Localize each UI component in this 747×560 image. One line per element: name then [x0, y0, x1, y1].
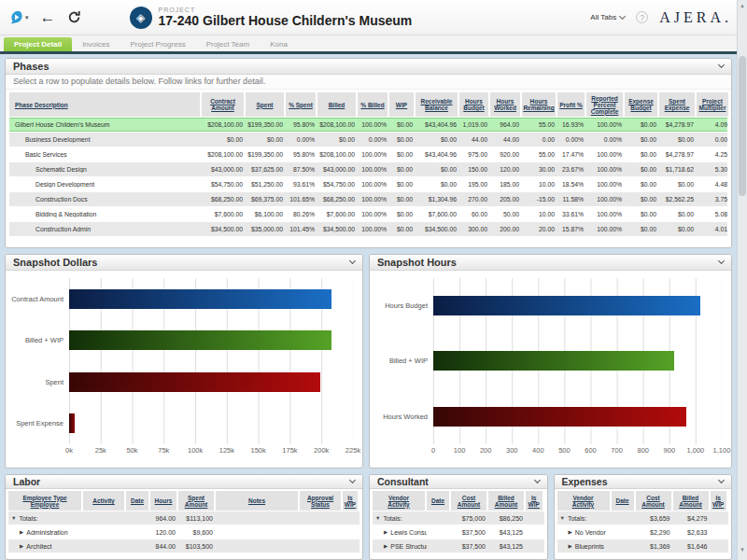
column-header[interactable]: Approval Status [300, 491, 343, 511]
x-tick-label: 200 [480, 446, 492, 455]
expand-row-icon[interactable]: ▶ [384, 543, 388, 549]
column-header[interactable]: Spent Amount [178, 491, 216, 511]
expand-row-icon[interactable]: ▶ [20, 543, 23, 549]
back-icon[interactable]: ← [40, 9, 56, 25]
phase-value: $0.00 [625, 196, 659, 203]
all-tabs-label: All Tabs [590, 13, 616, 21]
column-header[interactable]: Billed Amount [673, 491, 711, 511]
column-header[interactable]: Notes [216, 491, 300, 511]
column-header[interactable]: Profit % [557, 92, 586, 117]
column-header[interactable]: Spent Expense [659, 92, 697, 117]
tab-project-detail[interactable]: Project Detail [4, 37, 72, 51]
collapse-chevron-icon[interactable] [349, 258, 356, 264]
table-row[interactable]: ▶Administration120.00$9,600 [8, 525, 359, 539]
consultant-title: Consultant [377, 476, 429, 487]
column-header[interactable]: Contract Amount [202, 92, 246, 117]
column-header-row: Vendor ActivityDateCost AmountBilled Amo… [373, 491, 544, 511]
column-header[interactable]: Vendor Activity [373, 491, 427, 511]
column-header[interactable]: Employee Type Employee [8, 491, 83, 511]
collapse-chevron-icon[interactable] [718, 62, 725, 68]
table-row[interactable]: ▼Totals:964.00$113,100 [8, 511, 359, 525]
column-header[interactable]: % Billed [358, 92, 389, 117]
column-header[interactable]: Project Multiplier [697, 92, 730, 117]
phase-value: 100.00% [358, 211, 389, 217]
table-row[interactable]: ▼Totals:$75,000$86,250 [373, 511, 544, 525]
column-header[interactable]: Activity [83, 491, 126, 511]
column-header[interactable]: Billed Amount [488, 491, 526, 511]
expand-row-icon[interactable]: ▶ [569, 529, 572, 535]
collapse-row-icon[interactable]: ▼ [560, 515, 565, 521]
column-header[interactable]: Hours [150, 491, 178, 511]
phase-value: $68,250.00 [202, 196, 246, 203]
column-header[interactable]: Reported Percent Complete [586, 92, 625, 117]
phase-row[interactable]: Construction Docs$68,250.00$69,375.00101… [9, 192, 727, 206]
nav-menu-icon[interactable]: ▾ [9, 10, 29, 25]
phase-value: 5.30 [697, 166, 730, 173]
column-header[interactable]: Expense Budget [625, 92, 659, 117]
refresh-icon[interactable] [67, 10, 81, 24]
phase-row[interactable]: Design Development$54,750.00$51,250.0093… [9, 177, 727, 191]
column-header[interactable]: Billed [317, 92, 358, 117]
expand-row-icon[interactable]: ▶ [569, 543, 572, 549]
column-header[interactable]: Hours Budget [459, 92, 490, 117]
tab-invoices[interactable]: Invoices [72, 37, 120, 51]
tab-kona[interactable]: Kona [260, 37, 298, 51]
collapse-row-icon[interactable]: ▼ [11, 515, 16, 521]
phase-row[interactable]: Basic Services$208,100.00$199,350.0095.8… [9, 147, 727, 161]
column-header[interactable]: Is WIP [526, 491, 544, 511]
column-header[interactable]: Is WIP [343, 491, 359, 511]
phase-value: 5.08 [697, 211, 730, 217]
phase-value: $0.00 [389, 151, 416, 158]
collapse-row-icon[interactable]: ▼ [375, 515, 380, 521]
column-header[interactable]: Date [612, 491, 636, 511]
help-icon[interactable]: ? [636, 11, 648, 23]
table-row[interactable]: ▶PSE Structural$37,500$43,125 [373, 539, 544, 553]
scroll-down-icon[interactable]: ▼ [738, 547, 747, 553]
column-header[interactable]: Vendor Activity [557, 491, 612, 511]
scroll-up-icon[interactable]: ▲ [738, 3, 747, 8]
table-row[interactable]: ▶Blueprints$1,369$1,646 [557, 539, 729, 553]
tab-project-team[interactable]: Project Team [196, 37, 261, 51]
vertical-scrollbar[interactable]: ▲ ▼ [737, 0, 747, 560]
table-row[interactable]: ▶No Vendor$2,290$2,633 [557, 525, 729, 539]
phase-value: $208,100.00 [317, 151, 358, 158]
column-header[interactable]: Receivable Balance [416, 92, 459, 117]
phase-row[interactable]: Business Development$0.00$0.000.00%$0.00… [9, 133, 727, 147]
collapse-chevron-icon[interactable] [349, 477, 356, 483]
column-header[interactable]: Phase Description [9, 92, 202, 117]
phase-value: 270.00 [459, 196, 490, 203]
phase-value: $54,750.00 [202, 181, 246, 188]
bar-spent-expense [69, 413, 75, 433]
column-header[interactable]: Hours Remaining [522, 92, 557, 117]
table-row[interactable]: ▶Architect844.00$103,500 [8, 539, 359, 553]
ajera-logo: AJERA. [659, 9, 732, 26]
column-header[interactable]: % Spent [286, 92, 317, 117]
column-header[interactable]: Cost Amount [451, 491, 488, 511]
column-header[interactable]: Is WIP [711, 491, 729, 511]
phase-row[interactable]: Construction Admin$34,500.00$35,000.0010… [9, 222, 727, 236]
column-header[interactable]: WIP [389, 92, 416, 117]
collapse-chevron-icon[interactable] [718, 258, 725, 264]
collapse-chevron-icon[interactable] [718, 477, 725, 483]
row-label: Totals: [568, 515, 586, 522]
column-header[interactable]: Spent [246, 92, 286, 117]
tab-bar: Project DetailInvoicesProject ProgressPr… [0, 35, 747, 51]
table-row[interactable]: ▼Totals:$3,659$4,279 [557, 511, 729, 525]
phase-value: 4.09 [697, 121, 730, 128]
column-header[interactable]: Hours Worked [490, 92, 522, 117]
expand-row-icon[interactable]: ▶ [384, 529, 388, 535]
scrollbar-thumb[interactable] [739, 56, 746, 196]
bar-billed-wip [433, 351, 674, 371]
phase-row[interactable]: Bidding & Negotiation$7,600.00$6,100.008… [9, 207, 727, 221]
column-header[interactable]: Date [126, 491, 150, 511]
all-tabs-dropdown[interactable]: All Tabs [590, 13, 625, 21]
tab-project-progress[interactable]: Project Progress [120, 37, 196, 51]
expand-row-icon[interactable]: ▶ [20, 529, 23, 535]
main-content: Phases Select a row to populate details … [0, 54, 747, 560]
table-row[interactable]: ▶Lewis Consultants$37,500$43,125 [373, 525, 544, 539]
column-header[interactable]: Cost Amount [636, 491, 673, 511]
phase-row[interactable]: Schematic Design$43,000.00$37,625.0087.5… [9, 162, 727, 176]
phase-row[interactable]: Gilbert House Childern's Museum$208,100.… [9, 118, 727, 132]
collapse-chevron-icon[interactable] [533, 477, 540, 483]
column-header[interactable]: Date [427, 491, 451, 511]
